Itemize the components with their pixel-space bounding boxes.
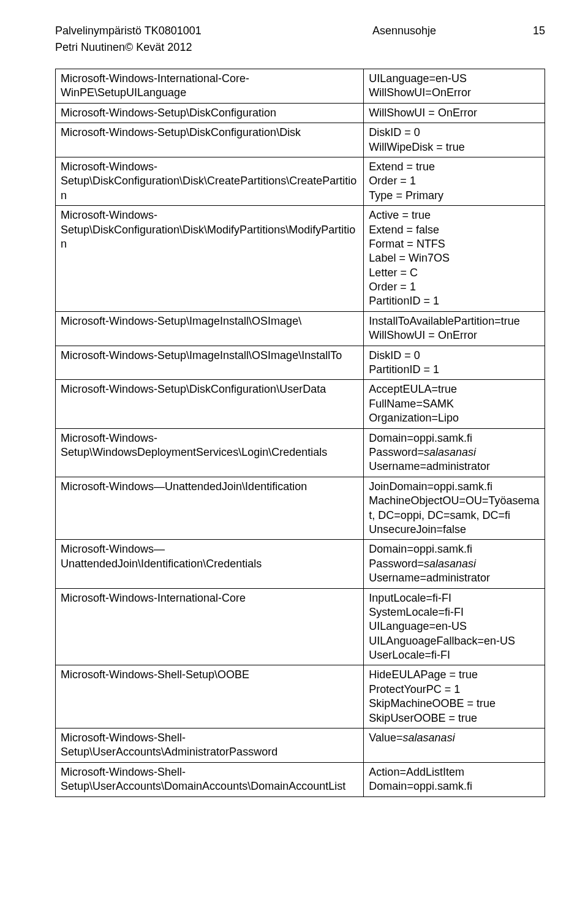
config-path: Microsoft-Windows-Setup\DiskConfiguratio… [56, 157, 364, 205]
table-row: Microsoft-Windows—UnattendedJoin\Identif… [56, 477, 545, 540]
config-path: Microsoft-Windows-Setup\ImageInstall\OSI… [56, 311, 364, 346]
config-value: Active = trueExtend = falseFormat = NTFS… [364, 206, 545, 312]
table-row: Microsoft-Windows-Setup\ImageInstall\OSI… [56, 311, 545, 346]
table-row: Microsoft-Windows-International-Core-Win… [56, 69, 545, 104]
header-page-number: 15 [521, 25, 545, 37]
config-path: Microsoft-Windows—UnattendedJoin\Identif… [56, 477, 364, 540]
config-path: Microsoft-Windows-Setup\DiskConfiguratio… [56, 103, 364, 123]
page-header: Palvelinympäristö TK0801001 Asennusohje … [55, 25, 545, 37]
table-row: Microsoft-Windows-Setup\ImageInstall\OSI… [56, 346, 545, 380]
config-value: WillShowUI = OnError [364, 103, 545, 123]
config-value: HideEULAPage = trueProtectYourPC = 1Skip… [364, 665, 545, 728]
config-path: Microsoft-Windows-Shell-Setup\UserAccoun… [56, 762, 364, 796]
table-row: Microsoft-Windows-Setup\WindowsDeploymen… [56, 428, 545, 477]
header-sub: Petri Nuutinen© Kevät 2012 [55, 41, 545, 54]
config-path: Microsoft-Windows-International-Core-Win… [56, 69, 364, 104]
table-row: Microsoft-Windows-Setup\DiskConfiguratio… [56, 103, 545, 123]
config-value: Domain=oppi.samk.fiPassword=salasanasiUs… [364, 540, 545, 588]
config-value: Domain=oppi.samk.fiPassword=salasanasiUs… [364, 428, 545, 477]
config-value: AcceptEULA=trueFullName=SAMKOrganization… [364, 380, 545, 428]
config-value: UILanguage=en-USWillShowUI=OnError [364, 69, 545, 104]
config-value: InputLocale=fi-FISystemLocale=fi-FIUILan… [364, 588, 545, 665]
config-value: Value=salasanasi [364, 728, 545, 763]
config-path: Microsoft-Windows-Setup\DiskConfiguratio… [56, 380, 364, 428]
table-row: Microsoft-Windows-Setup\DiskConfiguratio… [56, 157, 545, 205]
table-row: Microsoft-Windows-Shell-Setup\OOBEHideEU… [56, 665, 545, 728]
config-value: DiskID = 0WillWipeDisk = true [364, 123, 545, 157]
config-path: Microsoft-Windows-Setup\WindowsDeploymen… [56, 428, 364, 477]
header-left: Palvelinympäristö TK0801001 [55, 25, 288, 37]
header-mid: Asennusohje [288, 25, 521, 37]
config-path: Microsoft-Windows-Setup\DiskConfiguratio… [56, 206, 364, 312]
table-row: Microsoft-Windows—UnattendedJoin\Identif… [56, 540, 545, 588]
table-row: Microsoft-Windows-Setup\DiskConfiguratio… [56, 380, 545, 428]
config-value: Extend = trueOrder = 1Type = Primary [364, 157, 545, 205]
table-row: Microsoft-Windows-Shell-Setup\UserAccoun… [56, 728, 545, 763]
table-row: Microsoft-Windows-Setup\DiskConfiguratio… [56, 123, 545, 157]
config-path: Microsoft-Windows-Shell-Setup\OOBE [56, 665, 364, 728]
table-row: Microsoft-Windows-Setup\DiskConfiguratio… [56, 206, 545, 312]
config-value: InstallToAvailablePartition=trueWillShow… [364, 311, 545, 346]
config-path: Microsoft-Windows-Setup\ImageInstall\OSI… [56, 346, 364, 380]
config-value: Action=AddListItemDomain=oppi.samk.fi [364, 762, 545, 796]
table-row: Microsoft-Windows-International-CoreInpu… [56, 588, 545, 665]
table-row: Microsoft-Windows-Shell-Setup\UserAccoun… [56, 762, 545, 796]
page: Palvelinympäristö TK0801001 Asennusohje … [0, 0, 588, 834]
config-path: Microsoft-Windows-International-Core [56, 588, 364, 665]
config-path: Microsoft-Windows-Shell-Setup\UserAccoun… [56, 728, 364, 763]
config-value: DiskID = 0PartitionID = 1 [364, 346, 545, 380]
config-path: Microsoft-Windows—UnattendedJoin\Identif… [56, 540, 364, 588]
config-table: Microsoft-Windows-International-Core-Win… [55, 69, 545, 797]
config-value: JoinDomain=oppi.samk.fiMachineObjectOU=O… [364, 477, 545, 540]
config-path: Microsoft-Windows-Setup\DiskConfiguratio… [56, 123, 364, 157]
